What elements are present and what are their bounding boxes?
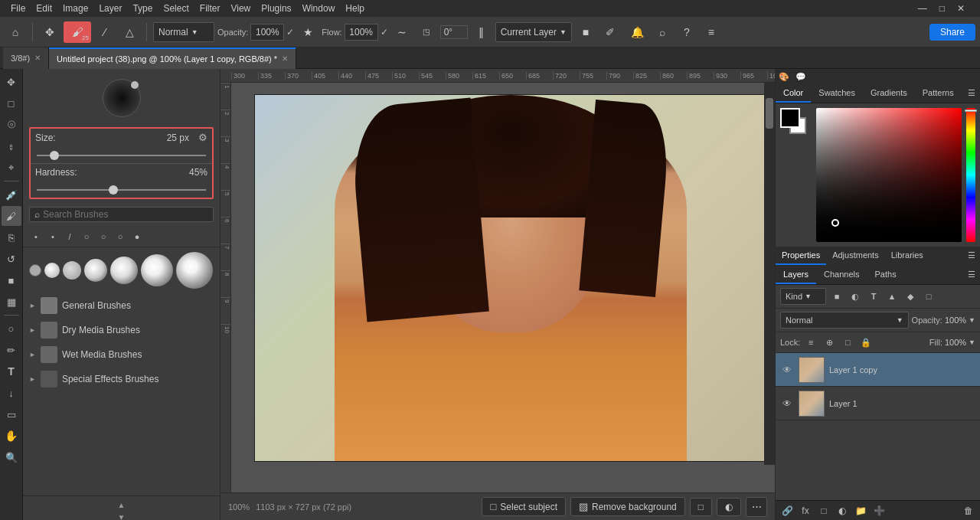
opacity-check[interactable]: ✓ xyxy=(286,27,294,38)
tool-stamp[interactable]: ⎘ xyxy=(2,227,21,247)
layer-copy-visibility[interactable]: 👁 xyxy=(780,363,794,377)
swatch-1[interactable] xyxy=(29,264,41,276)
fg-color-swatch[interactable] xyxy=(780,108,800,128)
menu-select[interactable]: Select xyxy=(158,2,193,15)
tab-properties[interactable]: Properties xyxy=(776,247,826,265)
brush-variant-1[interactable]: ⁄ xyxy=(94,21,116,43)
preset-icon-6[interactable]: ○ xyxy=(113,230,127,244)
lock-position-btn[interactable]: ⊕ xyxy=(822,335,837,350)
menu-layer[interactable]: Layer xyxy=(94,2,126,15)
angle-btn[interactable]: ◳ xyxy=(416,21,437,43)
menu-edit[interactable]: Edit xyxy=(31,2,57,15)
tool-hand[interactable]: ✋ xyxy=(2,426,21,446)
category-special[interactable]: ► Special Effects Brushes xyxy=(23,367,220,391)
notifications-btn[interactable]: 🔔 xyxy=(627,21,648,43)
brush-variant-2[interactable]: △ xyxy=(119,21,140,43)
panel-color-icon[interactable]: 🎨 xyxy=(776,69,792,84)
category-wet[interactable]: ► Wet Media Brushes xyxy=(23,342,220,367)
swatch-4[interactable] xyxy=(84,259,107,282)
menu-window[interactable]: Window xyxy=(298,2,340,15)
transform-btn[interactable]: □ xyxy=(690,498,712,516)
tool-dodge[interactable]: ○ xyxy=(2,319,21,338)
category-general[interactable]: ► General Brushes xyxy=(23,293,220,318)
canvas-scrollbar-v[interactable] xyxy=(764,83,775,465)
tab-gradients[interactable]: Gradients xyxy=(863,84,915,103)
brush-search[interactable]: ⌕ xyxy=(29,207,214,222)
swatch-7[interactable] xyxy=(176,252,213,289)
size-slider[interactable] xyxy=(37,155,206,156)
category-dry[interactable]: ► Dry Media Brushes xyxy=(23,318,220,342)
layer-item-copy[interactable]: 👁 Layer 1 copy xyxy=(776,353,980,387)
swatch-6[interactable] xyxy=(141,254,173,286)
tool-path-select[interactable]: ↓ xyxy=(2,383,21,403)
scroll-down-arrow[interactable]: ▼ xyxy=(118,513,126,521)
target-option-btn[interactable]: ■ xyxy=(575,21,596,43)
tool-eraser[interactable]: ■ xyxy=(2,270,21,290)
blend-mode-dropdown[interactable]: Normal ▼ xyxy=(153,22,214,42)
tab-adjustments[interactable]: Adjustments xyxy=(826,247,885,265)
preset-icon-5[interactable]: ○ xyxy=(96,230,110,244)
layer-shape-icon[interactable]: ▲ xyxy=(884,289,900,304)
add-mask-btn[interactable]: □ xyxy=(815,502,832,519)
layer-text-icon[interactable]: T xyxy=(866,289,881,304)
color-panel-menu[interactable]: ☰ xyxy=(962,84,980,103)
mask-btn[interactable]: ◐ xyxy=(717,498,741,516)
canvas-content[interactable] xyxy=(231,83,775,492)
layer-adjustment-icon[interactable]: ◐ xyxy=(848,289,863,304)
preset-icon-7[interactable]: ● xyxy=(130,230,144,244)
layer-1-visibility[interactable]: 👁 xyxy=(780,397,794,410)
color-gradient-picker[interactable] xyxy=(816,108,962,242)
symmetry-btn[interactable]: ‖ xyxy=(471,21,492,43)
angle-input[interactable] xyxy=(440,25,468,39)
share-button[interactable]: Share xyxy=(929,24,975,41)
menu-view[interactable]: View xyxy=(226,2,255,15)
tool-shape[interactable]: ▭ xyxy=(2,404,21,424)
tool-quick-select[interactable]: ⩇ xyxy=(2,136,21,156)
home-button[interactable]: ⌂ xyxy=(5,21,26,43)
window-maximize[interactable]: □ xyxy=(935,2,949,15)
menu-plugins[interactable]: Plugins xyxy=(256,2,296,15)
preset-icon-soft[interactable]: ○ xyxy=(80,230,93,244)
add-effect-btn[interactable]: fx xyxy=(797,502,814,519)
window-close[interactable]: ✕ xyxy=(952,2,969,15)
flow-input[interactable] xyxy=(345,24,378,41)
lock-artboard-btn[interactable]: □ xyxy=(840,335,855,350)
lock-pixel-btn[interactable]: ≡ xyxy=(803,335,818,350)
layer-smart-icon[interactable]: ◆ xyxy=(903,289,918,304)
tool-eyedropper[interactable]: 💉 xyxy=(2,185,21,204)
search-btn[interactable]: ⌕ xyxy=(652,21,673,43)
preset-icon-1[interactable]: • xyxy=(29,230,43,244)
swatch-5[interactable] xyxy=(110,257,138,284)
hue-bar[interactable] xyxy=(966,108,975,242)
tool-lasso[interactable]: ⦾ xyxy=(2,115,21,135)
panel-text-icon[interactable]: 💬 xyxy=(792,69,809,84)
menu-image[interactable]: Image xyxy=(58,2,93,15)
tool-brush[interactable]: 🖌 xyxy=(2,206,21,226)
menu-file[interactable]: File xyxy=(6,2,30,15)
brush-preset-btn[interactable]: ✐ xyxy=(599,21,621,43)
opacity-input[interactable] xyxy=(250,24,284,41)
tab-2[interactable]: Untitled project (38).png @ 100% (Layer … xyxy=(49,47,296,69)
menu-help[interactable]: Help xyxy=(341,2,369,15)
target-dropdown[interactable]: Current Layer ▼ xyxy=(495,22,572,42)
scrollbar-v-thumb[interactable] xyxy=(766,98,773,129)
swatch-3[interactable] xyxy=(63,261,81,280)
lock-all-btn[interactable]: 🔒 xyxy=(858,335,874,350)
swatch-2[interactable] xyxy=(44,263,60,278)
more-options-btn[interactable]: ⋯ xyxy=(746,497,767,517)
airbrush-btn[interactable]: ★ xyxy=(297,21,318,43)
menu-type[interactable]: Type xyxy=(128,2,157,15)
preset-icon-2[interactable]: • xyxy=(46,230,60,244)
search-input[interactable] xyxy=(43,209,208,220)
tool-text[interactable]: T xyxy=(2,361,21,381)
layers-kind-select[interactable]: Kind ▼ xyxy=(780,288,826,305)
menu-filter[interactable]: Filter xyxy=(195,2,225,15)
preset-icon-diagonal[interactable]: / xyxy=(63,230,77,244)
tab-paths[interactable]: Paths xyxy=(867,266,904,284)
tab-channels[interactable]: Channels xyxy=(816,266,867,284)
remove-bg-btn[interactable]: ▨ Remove background xyxy=(570,497,685,516)
tab-libraries[interactable]: Libraries xyxy=(885,247,929,265)
layers-panel-menu[interactable]: ☰ xyxy=(963,266,980,284)
link-layers-btn[interactable]: 🔗 xyxy=(779,502,795,519)
properties-collapse[interactable]: ☰ xyxy=(963,247,980,265)
